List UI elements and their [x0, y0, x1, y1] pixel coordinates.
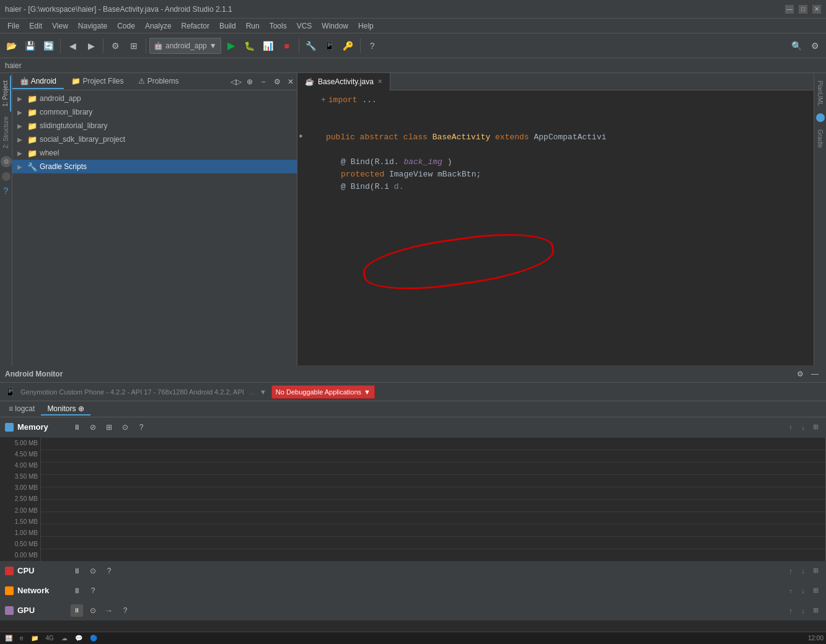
run-config-dropdown[interactable]: 🤖 android_app ▼	[149, 38, 221, 54]
memory-down-btn[interactable]: ↓	[797, 422, 809, 433]
menu-tools[interactable]: Tools	[265, 20, 292, 32]
editor-tab-baseactivity[interactable]: ☕ BaseActivity.java ✕	[297, 73, 390, 90]
tab-monitors[interactable]: Monitors ⊕	[41, 403, 90, 416]
menu-view[interactable]: View	[47, 20, 73, 32]
tool-circle[interactable]	[2, 172, 11, 181]
settings-btn[interactable]: ⚙	[806, 37, 824, 54]
minimize-button[interactable]: —	[785, 5, 794, 14]
device-dropdown-arrow[interactable]: ▼	[260, 388, 266, 396]
menu-run[interactable]: Run	[241, 20, 265, 32]
memory-gc-btn[interactable]: ⊘	[87, 421, 99, 433]
code-editor[interactable]: + import ... ● public abstract class Bas…	[297, 90, 814, 365]
structure-btn[interactable]: ⚙	[107, 37, 124, 54]
no-debuggable-dropdown[interactable]: No Debuggable Applications ▼	[271, 385, 375, 399]
menu-vcs[interactable]: VCS	[292, 20, 317, 32]
run-button[interactable]: ▶	[222, 37, 240, 54]
gpu-expand-btn[interactable]: ⊞	[810, 605, 821, 616]
open-file-btn[interactable]: 📂	[2, 37, 20, 54]
cpu-settings-btn[interactable]: ⊙	[87, 565, 99, 577]
memory-dump-btn[interactable]: ⊞	[103, 421, 115, 433]
right-tab-plantuml[interactable]: PlanUML	[815, 76, 825, 111]
menu-help[interactable]: Help	[353, 20, 379, 32]
forward-btn[interactable]: ▶	[82, 37, 100, 54]
monitor-settings-btn[interactable]: ⚙	[794, 368, 806, 380]
collapse-btn[interactable]: −	[257, 76, 270, 88]
menu-window[interactable]: Window	[317, 20, 353, 32]
tab-close-btn[interactable]: ✕	[377, 78, 382, 85]
taskbar-item-chat[interactable]: 💬	[72, 635, 85, 642]
taskbar-item-app[interactable]: 🔵	[87, 635, 100, 642]
code-line-blank2	[297, 120, 814, 133]
maximize-button[interactable]: □	[799, 5, 807, 14]
back-btn[interactable]: ◀	[64, 37, 81, 54]
menu-code[interactable]: Code	[112, 20, 140, 32]
cpu-pause-btn[interactable]: ⏸	[71, 565, 83, 577]
memory-alloc-btn[interactable]: ⊙	[119, 421, 131, 433]
right-tab-gradle[interactable]: Gradle	[815, 124, 825, 153]
tree-item-gradle[interactable]: ▶ 🔧 Gradle Scripts	[12, 160, 297, 173]
cpu-section-header: CPU ⏸ ⊙ ? ↑ ↓ ⊞	[0, 561, 826, 581]
menu-build[interactable]: Build	[214, 20, 241, 32]
help-btn[interactable]: ?	[364, 37, 381, 54]
panel-hide-btn[interactable]: ✕	[284, 76, 297, 88]
coverage-button[interactable]: 📊	[260, 37, 277, 54]
taskbar-item-4g[interactable]: 4G	[43, 635, 56, 642]
sdk-btn[interactable]: 🔑	[340, 37, 357, 54]
taskbar-item-1[interactable]: 🪟	[2, 635, 15, 642]
memory-help-btn[interactable]: ?	[135, 421, 147, 433]
debug-button[interactable]: 🐛	[241, 37, 258, 54]
tree-item-android_app[interactable]: ▶ 📁 android_app	[12, 92, 297, 105]
save-btn[interactable]: 💾	[21, 37, 38, 54]
memory-expand-btn[interactable]: ⊞	[810, 422, 821, 433]
gpu-down-btn[interactable]: ↓	[797, 605, 809, 616]
scroll-to-center-btn[interactable]: ⊕	[244, 76, 256, 88]
cpu-down-btn[interactable]: ↓	[797, 565, 809, 577]
tree-item-common_library[interactable]: ▶ 📁 common_library	[12, 105, 297, 119]
tab-android[interactable]: 🤖 Android	[12, 74, 64, 89]
tree-item-social[interactable]: ▶ 📁 social_sdk_library_project	[12, 133, 297, 146]
close-button[interactable]: ✕	[812, 5, 821, 14]
search-everywhere-btn[interactable]: 🔍	[788, 37, 805, 54]
settings-panel-btn[interactable]: ⚙	[271, 76, 283, 88]
taskbar-item-cloud[interactable]: ☁	[59, 635, 70, 642]
network-expand-btn[interactable]: ⊞	[810, 585, 821, 596]
expand-btn[interactable]: ◁▷	[230, 76, 242, 88]
tree-item-sliding[interactable]: ▶ 📁 slidingtutorial_library	[12, 119, 297, 133]
menu-analyze[interactable]: Analyze	[140, 20, 177, 32]
gpu-help-btn[interactable]: ?	[119, 604, 131, 617]
cpu-expand-btn[interactable]: ⊞	[810, 565, 821, 577]
network-up-btn[interactable]: ↑	[785, 585, 796, 596]
stop-button[interactable]: ■	[278, 37, 296, 54]
menu-navigate[interactable]: Navigate	[73, 20, 112, 32]
menu-file[interactable]: File	[2, 20, 24, 32]
sync-gradle-btn[interactable]: 🔧	[302, 37, 320, 54]
navigate-btn[interactable]: ⊞	[125, 37, 143, 54]
sidebar-item-project[interactable]: 1: Project	[1, 76, 11, 111]
title-bar: haier - [G:\workspace\haier] - BaseActiv…	[0, 0, 826, 19]
gpu-arrow-btn[interactable]: →	[103, 604, 115, 617]
question-mark-btn[interactable]: ?	[4, 186, 9, 196]
network-down-btn[interactable]: ↓	[797, 585, 809, 596]
avd-btn[interactable]: 📱	[321, 37, 338, 54]
tab-logcat[interactable]: ≡ logcat	[2, 403, 41, 416]
gpu-circle-btn[interactable]: ⊙	[87, 604, 99, 617]
cpu-help-btn[interactable]: ?	[103, 565, 115, 577]
memory-pause-btn[interactable]: ⏸	[71, 421, 83, 433]
network-help-btn[interactable]: ?	[87, 585, 99, 597]
network-pause-btn[interactable]: ⏸	[71, 585, 83, 597]
cpu-up-btn[interactable]: ↑	[785, 565, 796, 577]
menu-edit[interactable]: Edit	[24, 20, 47, 32]
menu-refactor[interactable]: Refactor	[177, 20, 214, 32]
sync-btn[interactable]: 🔄	[40, 37, 57, 54]
sidebar-item-structure[interactable]: 2: Structure	[1, 111, 11, 154]
tab-project-files[interactable]: 📁 Project Files	[64, 74, 131, 89]
capture-btn[interactable]: ⊙	[1, 156, 12, 167]
gpu-pause-btn[interactable]: ⏸	[71, 604, 83, 617]
gpu-up-btn[interactable]: ↑	[785, 605, 796, 616]
monitor-minimize-btn[interactable]: —	[809, 368, 821, 380]
tree-item-wheel[interactable]: ▶ 📁 wheel	[12, 146, 297, 160]
taskbar-item-ie[interactable]: e	[17, 635, 26, 642]
memory-up-btn[interactable]: ↑	[785, 422, 796, 433]
taskbar-item-folder[interactable]: 📁	[29, 635, 41, 642]
tab-problems[interactable]: ⚠ Problems	[131, 74, 186, 89]
